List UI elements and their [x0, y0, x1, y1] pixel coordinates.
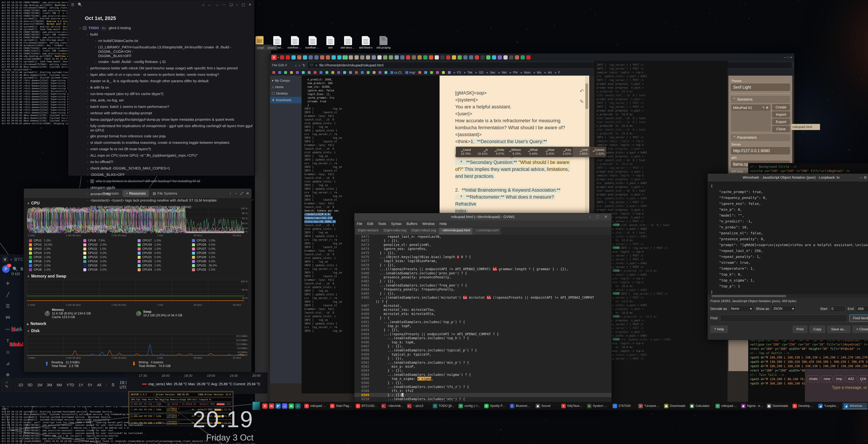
theme-select[interactable]: Serif Light [731, 83, 790, 91]
more-icon[interactable]: ⋯ [222, 3, 226, 7]
browser-tab[interactable] [320, 55, 324, 60]
range-1Y[interactable]: 1Y [79, 383, 83, 387]
prob-column[interactable]: ␣Comm1.62% [590, 147, 606, 157]
wireshark-json-window[interactable]: Wireshark · JavaScript Object Notation (… [707, 173, 868, 340]
bookmark-folder-Phi[interactable]: Phi [510, 71, 518, 74]
prob-column[interactable]: ␣How6.35% [539, 147, 556, 157]
browser-tab[interactable] [486, 55, 490, 60]
start-spinner[interactable]: 0 [830, 306, 845, 312]
browser-tab[interactable] [440, 55, 444, 60]
xabcd-icon[interactable]: ⋈ [5, 315, 10, 320]
export-button[interactable]: Export [772, 118, 790, 125]
taskbar-task[interactable]: ◢*Loopback:... [817, 403, 842, 409]
prob-column[interactable]: ␣Unit1.86% [573, 147, 590, 157]
list-item[interactable]: •vram usage fa vs not (fit moar layers?) [87, 147, 254, 151]
taskbar-task[interactable]: ◉higma - ec... [740, 403, 765, 409]
memory-section-header[interactable]: ▼Memory and Swap [27, 274, 248, 278]
tab-smart2[interactable]: smart2 [266, 46, 277, 50]
reload-icon[interactable]: ↻ [302, 63, 305, 67]
file-manager-sliver[interactable]: ▾My Compu⌂Home🖵Desktop⬇Downloads [270, 76, 302, 383]
chat-button-chats[interactable]: chats [807, 375, 820, 382]
chat-button-imp[interactable]: imp [834, 375, 844, 382]
emoji-icon[interactable]: ☺ [5, 349, 10, 355]
bookmark-icon[interactable] [296, 71, 299, 74]
parameters-section-header[interactable]: ⌃ Parameters [731, 134, 790, 141]
list-item[interactable]: •llama.cpp/gguf-py/gguf/scripts/gguf-dum… [87, 117, 254, 122]
gvim-code-area[interactable]: 6471 repeat_last_n: repeatLastN,6472 } :… [354, 235, 612, 406]
menu-window[interactable]: Window [422, 222, 435, 226]
disk-section-header[interactable]: ▼Disk [27, 329, 248, 333]
taskbar-task[interactable]: ◉Sound [534, 403, 559, 409]
bookmark-icon[interactable] [337, 71, 340, 74]
end-spinner[interactable]: 458 [856, 306, 868, 312]
range-5D[interactable]: 5D [28, 383, 32, 387]
browser-tab[interactable] [360, 55, 364, 60]
desktop-icon-stel.pcapng[interactable]: 0101 1010stel.pcapng [376, 36, 391, 49]
sessions-section-header[interactable]: ⌃ Sessions [731, 96, 790, 103]
desktop-icon-stel-fixed-v[interactable]: stel-fixed-v [358, 36, 373, 49]
prob-column[interactable]: ␣What6.49% [523, 147, 539, 157]
url-text[interactable]: file:///home/ph/dev/mikupad/mikupad.html [319, 63, 383, 67]
browser-tab[interactable] [400, 55, 404, 60]
list-item[interactable]: •cmake --build ./build/ --config Release… [95, 60, 254, 64]
browser-tab[interactable] [291, 55, 296, 60]
bookmark-icon[interactable] [442, 71, 445, 74]
list-item[interactable]: •anons config [87, 192, 254, 197]
ruler-icon[interactable]: ⊿ [6, 361, 10, 366]
browser-tab[interactable] [435, 55, 439, 60]
vivaldi-icon[interactable]: V [262, 403, 268, 409]
close-icon[interactable]: ✕ [248, 3, 252, 7]
tab-strip[interactable]: V ▾ — □ ✕ [270, 54, 794, 61]
smart-window-sliver[interactable]: smartsmart2 [255, 44, 271, 406]
token-probability-tooltip[interactable]: ␣Used19.78%␣It18.41%␣Units9.97%␣Where8.3… [456, 147, 606, 157]
bookmark-folder-Net[interactable]: Net [498, 71, 506, 74]
watchlist-mini-panel[interactable]: ⌂✎ [1, 378, 12, 392]
maximize-icon[interactable]: ▢ [242, 3, 245, 7]
list-item[interactable]: •st slash commands to ena/disa reasoning… [87, 140, 254, 145]
taskbar-task[interactable]: Vmikupad.ht... [714, 403, 739, 409]
bookmark-icon[interactable] [349, 71, 352, 74]
browser-tab[interactable] [515, 55, 519, 60]
done-checkbox[interactable]: ✓ [90, 179, 94, 183]
todo-checkbox[interactable] [83, 26, 87, 30]
bookmark-cs.CL[interactable]: cs.CL [391, 71, 402, 74]
import-button[interactable]: Import [772, 111, 790, 117]
list-item[interactable]: •LD_LIBRARY_PATH=/usr/local/cuda-13.0/ta… [95, 45, 254, 58]
trash-icon[interactable]: 🗑 [766, 106, 769, 109]
list-item[interactable]: •rm build/CMakeCache.txt [95, 38, 254, 43]
browser-tab[interactable] [509, 55, 513, 60]
gvim-tab[interactable]: D/glm-tensors [355, 228, 381, 235]
panel-icon[interactable]: ❏ [229, 3, 232, 7]
forward-icon[interactable]: › [299, 63, 300, 67]
bookmark-folder-Art[interactable]: Art [545, 71, 552, 74]
taskbar-task[interactable]: Vconfig (~/... [457, 403, 482, 409]
browser-tab[interactable] [452, 55, 456, 60]
browser-tab[interactable] [297, 55, 301, 60]
range-1D[interactable]: 1D [18, 383, 23, 387]
range-3M[interactable]: 3M [47, 383, 52, 387]
bookmark-folder-Mu[interactable]: Mu [534, 71, 541, 74]
bookmark-folder-Tek[interactable]: Tek [464, 71, 472, 74]
prob-column[interactable]: ␣Units9.97% [489, 147, 506, 157]
browser-tab[interactable] [337, 55, 341, 60]
taskbar-task[interactable]: VDeveloper ... [791, 403, 816, 409]
calendar-icon[interactable]: 🗓 [111, 383, 115, 387]
browser-tab[interactable] [412, 55, 416, 60]
maximize-icon[interactable]: □ [787, 56, 789, 59]
horizontal-scrollbar[interactable] [708, 295, 868, 298]
list-item[interactable]: •verbose with without no-display-prompt [87, 111, 254, 116]
range-5Y[interactable]: 5Y [88, 383, 93, 387]
browser-tab[interactable] [480, 55, 485, 60]
list-item[interactable]: •no kv offload?! [87, 160, 254, 164]
browser-tab[interactable] [383, 55, 387, 60]
back-icon[interactable]: ← [208, 3, 212, 7]
browser-tab[interactable] [526, 55, 530, 60]
bookmark-icon[interactable] [355, 71, 358, 74]
bookmark-icon[interactable] [332, 71, 334, 74]
menu-buffers[interactable]: Buffers [407, 222, 417, 226]
brush-icon[interactable]: 〰 [5, 326, 10, 332]
bookmark-icon[interactable] [430, 71, 433, 74]
esp-sensor-panel[interactable]: 17:3018:0018:3019:0019:3020:00 esp_sens1… [126, 372, 268, 394]
rename-icon[interactable]: ✎ [763, 106, 765, 109]
forward-icon[interactable]: → [215, 3, 219, 7]
